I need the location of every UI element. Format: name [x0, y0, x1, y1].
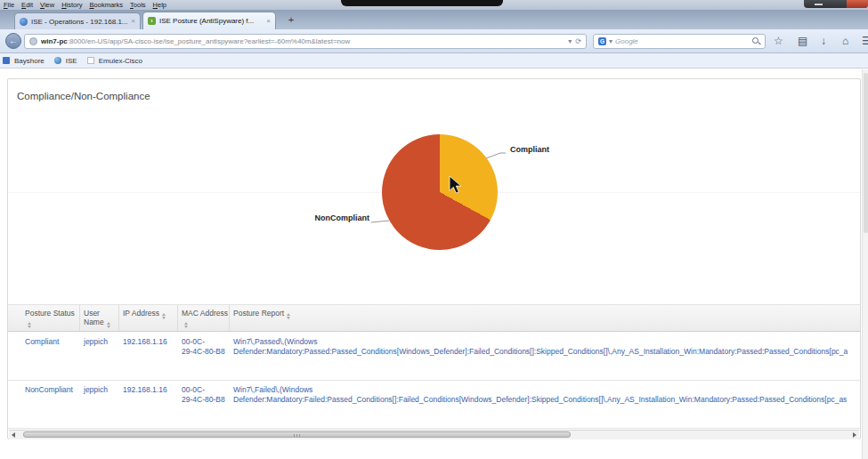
- table-row: NonCompliant jeppich 192.168.1.16 00-0C-…: [8, 381, 860, 429]
- ise-globe-favicon: [20, 18, 28, 26]
- column-header-ip-address[interactable]: IP Address: [118, 305, 177, 331]
- cell-ip-address[interactable]: 192.168.1.16: [118, 333, 177, 380]
- menu-view[interactable]: View: [40, 1, 54, 9]
- url-path: :8000/en-US/app/SA-cisco-ise/ise_posture…: [68, 37, 351, 45]
- scrollbar-grip: [294, 434, 302, 437]
- search-icon[interactable]: [752, 37, 760, 45]
- menu-bookmarks[interactable]: Bookmarks: [90, 1, 124, 9]
- site-identity-icon[interactable]: [29, 37, 37, 45]
- menu-help[interactable]: Help: [153, 1, 166, 9]
- vertical-scrollbar[interactable]: [862, 69, 868, 459]
- url-host: win7-pc: [41, 37, 68, 45]
- sort-icon[interactable]: [28, 322, 31, 328]
- bookmark-star-icon[interactable]: ☆: [774, 33, 783, 49]
- sort-icon[interactable]: [107, 322, 110, 328]
- tab-title: ISE - Operations - 192.168.1...: [31, 18, 127, 26]
- cell-user-name[interactable]: jeppich: [79, 381, 118, 428]
- cell-posture-report[interactable]: Win7\,Failed\,(Windows Defender:Mandator…: [229, 381, 860, 428]
- url-bar[interactable]: win7-pc:8000/en-US/app/SA-cisco-ise/ise_…: [24, 34, 587, 49]
- pie-label-noncompliant: NonCompliant: [302, 213, 369, 222]
- close-tab-icon[interactable]: ×: [266, 18, 271, 25]
- globe-icon: [54, 57, 61, 64]
- google-search-engine-icon[interactable]: G: [598, 37, 606, 45]
- cell-mac-address[interactable]: 00-0C- 29-4C-80-B8: [177, 381, 229, 428]
- tab-title: ISE Posture (AntiSpyware) f...: [159, 17, 263, 25]
- home-icon[interactable]: ⌂: [842, 33, 848, 49]
- bookmark-ise[interactable]: ISE: [66, 57, 77, 65]
- table-header: Posture Status User Name IP Address MAC …: [8, 304, 860, 332]
- pie-label-compliant: Compliant: [510, 145, 549, 154]
- tab-ise-operations[interactable]: ISE - Operations - 192.168.1... ×: [14, 12, 141, 29]
- scroll-left-arrow[interactable]: [12, 432, 15, 438]
- splunk-app-favicon: ›: [148, 17, 156, 25]
- menu-edit[interactable]: Edit: [21, 1, 33, 9]
- cell-user-name[interactable]: jeppich: [79, 333, 118, 380]
- pie-chart[interactable]: [382, 134, 498, 250]
- sort-icon[interactable]: [162, 313, 166, 319]
- cell-ip-address[interactable]: 192.168.1.16: [118, 381, 177, 428]
- scrollbar-thumb[interactable]: [864, 73, 868, 233]
- column-header-mac-address[interactable]: MAC Address: [177, 305, 229, 331]
- bookmark-bayshore[interactable]: Bayshore: [14, 57, 45, 65]
- url-dropdown-icon[interactable]: ▾: [568, 37, 572, 45]
- page-content: Compliance/Non-Compliance Compliant NonC…: [0, 69, 868, 459]
- table-row: Compliant jeppich 192.168.1.16 00-0C- 29…: [8, 333, 860, 381]
- column-header-posture-report[interactable]: Posture Report: [229, 305, 860, 331]
- bookmark-emulex-cisco[interactable]: Emulex-Cisco: [99, 57, 142, 65]
- bookmarks-panel-icon[interactable]: ▤: [798, 33, 807, 49]
- page-title: Compliance/Non-Compliance: [17, 91, 150, 101]
- callout-line-compliant: [486, 153, 506, 158]
- bookmark-folder-icon: [3, 57, 10, 64]
- callout-line-noncompliant: [371, 221, 389, 222]
- sort-icon[interactable]: [184, 322, 188, 328]
- cell-posture-report[interactable]: Win7\,Passed\,(Windows Defender:Mandator…: [229, 333, 860, 380]
- url-text: win7-pc:8000/en-US/app/SA-cisco-ise/ise_…: [41, 37, 564, 45]
- navigation-toolbar: ← win7-pc:8000/en-US/app/SA-cisco-ise/is…: [0, 29, 868, 53]
- search-bar[interactable]: G ▾ Google: [593, 34, 766, 49]
- search-engine-dropdown-icon[interactable]: ▾: [609, 37, 612, 45]
- tab-bar: ISE - Operations - 192.168.1... × › ISE …: [0, 10, 868, 29]
- horizontal-scrollbar[interactable]: [9, 430, 859, 439]
- cell-posture-status[interactable]: NonCompliant: [25, 381, 79, 428]
- dashboard-panel: Compliance/Non-Compliance Compliant NonC…: [7, 78, 861, 439]
- sort-icon[interactable]: [287, 313, 290, 319]
- downloads-icon[interactable]: ↓: [821, 33, 826, 49]
- minimize-button[interactable]: [815, 4, 823, 5]
- window-controls: [804, 0, 868, 8]
- search-input[interactable]: Google: [615, 37, 750, 45]
- back-button[interactable]: ←: [5, 33, 21, 49]
- menu-history[interactable]: History: [61, 1, 82, 9]
- close-tab-icon[interactable]: ×: [131, 18, 135, 25]
- default-bookmark-icon: [87, 57, 94, 64]
- scrollbar-thumb[interactable]: [23, 431, 571, 438]
- bookmarks-toolbar: Bayshore ISE Emulex-Cisco: [0, 53, 868, 68]
- close-window-button[interactable]: [847, 0, 868, 8]
- scroll-right-arrow[interactable]: [853, 432, 856, 438]
- reload-icon[interactable]: ⟳: [575, 37, 581, 45]
- menu-hamburger-icon[interactable]: ☰: [862, 33, 868, 49]
- column-header-user-name[interactable]: User Name: [79, 305, 118, 331]
- menu-tools[interactable]: Tools: [130, 1, 146, 9]
- cell-mac-address[interactable]: 00-0C- 29-4C-80-B8: [177, 333, 229, 380]
- tab-ise-posture-antispyware[interactable]: › ISE Posture (AntiSpyware) f... ×: [142, 12, 276, 29]
- new-tab-button[interactable]: +: [285, 14, 297, 26]
- cell-posture-status[interactable]: Compliant: [25, 333, 79, 380]
- desktop-overlay-bar: [341, 0, 503, 6]
- column-header-posture-status[interactable]: Posture Status: [25, 305, 79, 331]
- menu-file[interactable]: File: [4, 1, 14, 9]
